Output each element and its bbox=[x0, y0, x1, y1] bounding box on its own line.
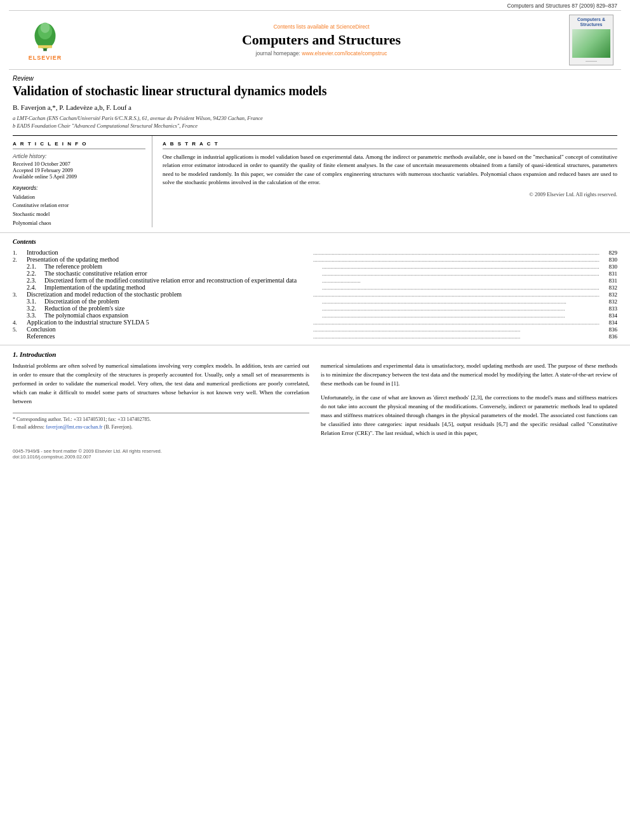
toc-page-2-3: 831 bbox=[600, 277, 617, 284]
article-info-panel: A R T I C L E I N F O Article history: R… bbox=[13, 136, 152, 227]
toc-num-1: 1. bbox=[13, 250, 27, 256]
journal-title: Computers and Structures bbox=[74, 32, 569, 48]
affiliation-b: b EADS Foundation Chair "Advanced Comput… bbox=[13, 123, 617, 129]
toc-page-3-3: 834 bbox=[600, 312, 617, 319]
toc-title-2-2: The stochastic constitutive relation err… bbox=[44, 270, 322, 277]
toc-title-2-1: The reference problem bbox=[44, 263, 322, 270]
toc-sub-3-2: 3.2. bbox=[27, 305, 44, 312]
toc-title-4: Application to the industrial structure … bbox=[27, 319, 313, 326]
toc-num-4: 4. bbox=[13, 319, 27, 326]
toc-sub-3-3: 3.3. bbox=[27, 312, 44, 319]
main-content: Review Validation of stochastic linear s… bbox=[0, 70, 630, 232]
journal-thumbnail: Computers & Structures ——— bbox=[569, 15, 613, 65]
footnote-email: E-mail address: faverjon@lmt.ens-cachan.… bbox=[13, 423, 309, 431]
toc-item-2-4: 2.4. Implementation of the updating meth… bbox=[13, 284, 617, 291]
sciencedirect-link[interactable]: ScienceDirect bbox=[336, 23, 369, 30]
toc-page-3-1: 832 bbox=[600, 298, 617, 305]
toc-dots-3-3: ........................................… bbox=[322, 312, 600, 319]
keyword-1: Validation bbox=[13, 193, 145, 202]
sciencedirect-line: Contents lists available at ScienceDirec… bbox=[74, 23, 569, 30]
footnote-area: * Corresponding author. Tel.: +33 147405… bbox=[13, 413, 309, 431]
homepage-url[interactable]: www.elsevier.com/locate/compstruc bbox=[302, 50, 387, 57]
page-footer: 0045-7949/$ - see front matter © 2009 El… bbox=[0, 446, 630, 462]
toc-item-1: 1. Introduction ........................… bbox=[13, 249, 617, 256]
toc-item-4: 4. Application to the industrial structu… bbox=[13, 319, 617, 326]
toc-page-ref: 836 bbox=[600, 333, 617, 340]
keyword-3: Stochastic model bbox=[13, 210, 145, 219]
authors-line: B. Faverjon a,*, P. Ladevèze a,b, F. Lou… bbox=[13, 103, 617, 111]
toc-page-2-4: 832 bbox=[600, 284, 617, 291]
toc-page-2-2: 831 bbox=[600, 270, 617, 277]
keyword-4: Polynomial chaos bbox=[13, 219, 145, 228]
article-type: Review bbox=[13, 75, 617, 82]
toc-dots-3: ........................................… bbox=[313, 291, 600, 298]
toc-sub-2-2: 2.2. bbox=[27, 270, 44, 277]
email-address[interactable]: faverjon@lmt.ens-cachan.fr bbox=[46, 424, 104, 430]
toc-page-3-2: 833 bbox=[600, 305, 617, 312]
article-title: Validation of stochastic linear structur… bbox=[13, 83, 617, 98]
toc-num-5: 5. bbox=[13, 326, 27, 333]
toc-item-2-3: 2.3. Discretized form of the modified co… bbox=[13, 277, 617, 284]
keywords-label: Keywords: bbox=[13, 185, 145, 191]
toc-title-1: Introduction bbox=[27, 249, 313, 256]
toc-page-2-1: 830 bbox=[600, 263, 617, 270]
intro-para-2: numerical simulations and experimental d… bbox=[321, 362, 617, 389]
toc-item-3-3: 3.3. The polynomial chaos expansion ....… bbox=[13, 312, 617, 319]
abstract-header: A B S T R A C T bbox=[163, 141, 617, 149]
thumb-title: Computers & Structures bbox=[572, 17, 611, 28]
intro-section-title: 1. Introduction bbox=[13, 350, 617, 358]
email-label: E-mail address: bbox=[13, 424, 46, 430]
elsevier-tree-icon bbox=[26, 18, 64, 53]
received-date: Received 10 October 2007 bbox=[13, 161, 145, 167]
toc-item-2-1: 2.1. The reference problem .............… bbox=[13, 263, 617, 270]
toc-item-2-2: 2.2. The stochastic constitutive relatio… bbox=[13, 270, 617, 277]
introduction-section: 1. Introduction Industrial problems are … bbox=[0, 345, 630, 443]
toc-title-3-1: Discretization of the problem bbox=[44, 298, 322, 305]
intro-text-cols: Industrial problems are often solved by … bbox=[13, 362, 617, 443]
intro-num: 1. bbox=[13, 350, 18, 358]
accepted-date: Accepted 19 February 2009 bbox=[13, 167, 145, 173]
citation: Computers and Structures 87 (2009) 829–8… bbox=[507, 3, 617, 9]
toc-sub-2-3: 2.3. bbox=[27, 277, 44, 284]
toc-dots-2-3: ........................... bbox=[322, 277, 600, 284]
footer-issn: 0045-7949/$ - see front matter © 2009 El… bbox=[13, 448, 617, 454]
toc-page-5: 836 bbox=[600, 326, 617, 333]
toc-title-2-4: Implementation of the updating method bbox=[44, 284, 322, 291]
toc-title-3-2: Reduction of the problem's size bbox=[44, 305, 322, 312]
footer-doi: doi:10.1016/j.compstruc.2009.02.007 bbox=[13, 454, 617, 460]
intro-right-col: numerical simulations and experimental d… bbox=[321, 362, 617, 443]
toc-page-1: 829 bbox=[600, 250, 617, 256]
toc-page-2: 830 bbox=[600, 257, 617, 263]
elsevier-text: ELSEVIER bbox=[29, 55, 62, 61]
email-author: (B. Faverjon). bbox=[104, 424, 133, 430]
available-date: Available online 5 April 2009 bbox=[13, 173, 145, 180]
info-abstract-section: A R T I C L E I N F O Article history: R… bbox=[13, 135, 617, 227]
toc-num-3: 3. bbox=[13, 291, 27, 298]
toc-dots-3-2: ........................................… bbox=[322, 305, 600, 312]
keyword-2: Constitutive relation error bbox=[13, 201, 145, 210]
thumb-footer: ——— bbox=[572, 59, 611, 63]
intro-title: Introduction bbox=[20, 350, 56, 358]
toc-title-3: Discretization and model reduction of th… bbox=[27, 291, 313, 298]
thumb-image bbox=[572, 29, 610, 58]
toc-dots-2-4: ........................................… bbox=[322, 284, 600, 291]
sciencedirect-prefix: Contents lists available at bbox=[273, 23, 336, 30]
toc-page-4: 834 bbox=[600, 319, 617, 326]
toc-num-2: 2. bbox=[13, 257, 27, 263]
elsevier-logo: ELSEVIER bbox=[17, 18, 74, 61]
toc-title-5: Conclusion bbox=[27, 326, 313, 333]
journal-homepage: journal homepage: www.elsevier.com/locat… bbox=[74, 50, 569, 57]
copyright: © 2009 Elsevier Ltd. All rights reserved… bbox=[163, 191, 617, 197]
toc-item-2: 2. Presentation of the updating method .… bbox=[13, 256, 617, 263]
toc-item-5: 5. Conclusion ..........................… bbox=[13, 326, 617, 333]
journal-center: Contents lists available at ScienceDirec… bbox=[74, 23, 569, 57]
top-bar: Computers and Structures 87 (2009) 829–8… bbox=[0, 0, 630, 10]
homepage-prefix: journal homepage: bbox=[256, 50, 302, 57]
toc-title-ref: References bbox=[27, 333, 313, 340]
history-label: Article history: bbox=[13, 153, 145, 159]
contents-title: Contents bbox=[13, 238, 617, 245]
toc-sub-2-1: 2.1. bbox=[27, 263, 44, 270]
toc-dots-ref: ........................................… bbox=[313, 333, 600, 340]
intro-para-1: Industrial problems are often solved by … bbox=[13, 362, 309, 406]
toc-dots-5: ........................................… bbox=[313, 326, 600, 333]
